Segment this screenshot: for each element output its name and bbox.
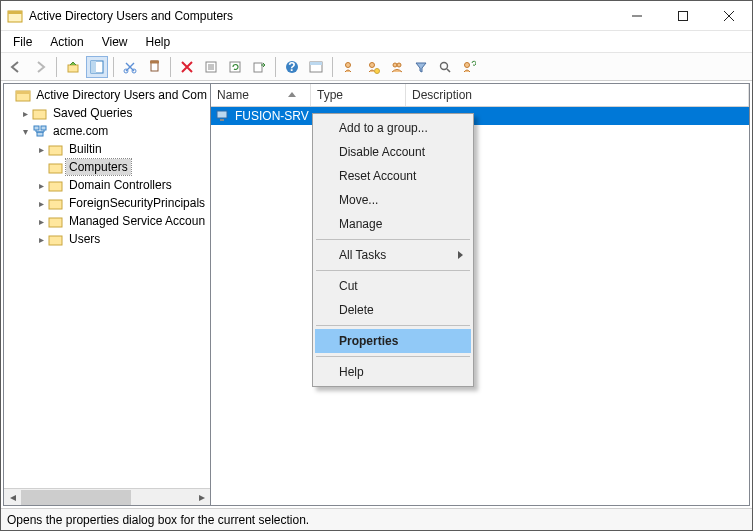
computer-icon <box>215 108 231 124</box>
tree-builtin[interactable]: ▸ Builtin <box>4 140 210 158</box>
menu-file[interactable]: File <box>5 33 40 51</box>
cm-manage[interactable]: Manage <box>315 212 471 236</box>
twisty-icon[interactable]: ▸ <box>34 198 48 209</box>
menu-view[interactable]: View <box>94 33 136 51</box>
svg-point-24 <box>370 62 375 67</box>
cm-reset-account[interactable]: Reset Account <box>315 164 471 188</box>
window: Active Directory Users and Computers Fil… <box>0 0 753 531</box>
folder-icon <box>48 141 64 157</box>
cut-button[interactable] <box>119 56 141 78</box>
scroll-left-icon[interactable]: ◂ <box>4 489 21 506</box>
twisty-icon[interactable]: ▸ <box>18 108 32 119</box>
forward-button[interactable] <box>29 56 51 78</box>
svg-rect-43 <box>217 111 227 118</box>
col-type[interactable]: Type <box>311 84 406 106</box>
svg-rect-33 <box>33 110 46 119</box>
cm-cut[interactable]: Cut <box>315 274 471 298</box>
help-button[interactable]: ? <box>281 56 303 78</box>
svg-rect-1 <box>8 11 22 14</box>
svg-rect-8 <box>91 61 96 73</box>
show-hide-tree-button[interactable] <box>86 56 108 78</box>
cm-move[interactable]: Move... <box>315 188 471 212</box>
col-description[interactable]: Description <box>406 84 749 106</box>
scroll-thumb[interactable] <box>21 490 131 505</box>
list-row[interactable]: FUSION-SRV <box>211 107 749 125</box>
svg-rect-37 <box>49 146 62 155</box>
cm-all-tasks[interactable]: All Tasks <box>315 243 471 267</box>
menubar: File Action View Help <box>1 31 752 53</box>
twisty-icon[interactable]: ▸ <box>34 180 48 191</box>
toolbar-separator <box>170 57 171 77</box>
cm-delete[interactable]: Delete <box>315 298 471 322</box>
tree-label: Managed Service Accoun <box>66 213 208 229</box>
close-button[interactable] <box>706 1 752 31</box>
tree-label: Builtin <box>66 141 105 157</box>
horizontal-scrollbar[interactable]: ◂ ▸ <box>4 488 210 505</box>
tree[interactable]: ▶ Active Directory Users and Com ▸ Saved… <box>4 84 210 488</box>
tree-msa[interactable]: ▸ Managed Service Accoun <box>4 212 210 230</box>
svg-rect-38 <box>49 164 62 173</box>
delete-button[interactable] <box>176 56 198 78</box>
refresh-button[interactable] <box>224 56 246 78</box>
cm-separator <box>316 325 470 326</box>
tree-domain[interactable]: ▾ acme.com <box>4 122 210 140</box>
search-button[interactable] <box>434 56 456 78</box>
menu-action[interactable]: Action <box>42 33 91 51</box>
back-button[interactable] <box>5 56 27 78</box>
svg-line-29 <box>447 69 450 72</box>
window-controls <box>614 1 752 31</box>
minimize-button[interactable] <box>614 1 660 31</box>
svg-rect-41 <box>49 218 62 227</box>
cm-separator <box>316 239 470 240</box>
export-button[interactable] <box>248 56 270 78</box>
window-title: Active Directory Users and Computers <box>29 9 233 23</box>
view-button[interactable] <box>305 56 327 78</box>
titlebar-left: Active Directory Users and Computers <box>1 8 233 24</box>
up-button[interactable] <box>62 56 84 78</box>
twisty-icon[interactable]: ▸ <box>34 144 48 155</box>
twisty-icon[interactable]: ▾ <box>18 126 32 137</box>
tree-label: Computers <box>66 159 131 175</box>
add-user-action-button[interactable] <box>458 56 480 78</box>
cm-disable-account[interactable]: Disable Account <box>315 140 471 164</box>
domain-icon <box>32 123 48 139</box>
scroll-right-icon[interactable]: ▸ <box>193 489 210 506</box>
twisty-icon[interactable]: ▸ <box>34 216 48 227</box>
tree-root[interactable]: ▶ Active Directory Users and Com <box>4 86 210 104</box>
scroll-track[interactable] <box>21 489 193 506</box>
cm-properties[interactable]: Properties <box>315 329 471 353</box>
svg-rect-18 <box>254 63 262 72</box>
svg-point-27 <box>397 63 401 67</box>
tree-domain-controllers[interactable]: ▸ Domain Controllers <box>4 176 210 194</box>
col-label: Description <box>412 88 472 102</box>
svg-rect-40 <box>49 200 62 209</box>
cm-separator <box>316 270 470 271</box>
tree-saved-queries[interactable]: ▸ Saved Queries <box>4 104 210 122</box>
tree-fsp[interactable]: ▸ ForeignSecurityPrincipals <box>4 194 210 212</box>
titlebar: Active Directory Users and Computers <box>1 1 752 31</box>
status-text: Opens the properties dialog box for the … <box>7 513 309 527</box>
new-user-button[interactable] <box>362 56 384 78</box>
tree-computers[interactable]: ▸ Computers <box>4 158 210 176</box>
svg-point-26 <box>393 63 397 67</box>
toolbar-separator <box>56 57 57 77</box>
svg-text:?: ? <box>288 60 295 74</box>
toolbar-separator <box>275 57 276 77</box>
cm-add-to-group[interactable]: Add to a group... <box>315 116 471 140</box>
maximize-button[interactable] <box>660 1 706 31</box>
list-body[interactable]: FUSION-SRV <box>211 107 749 505</box>
find-user-button[interactable] <box>338 56 360 78</box>
properties-button[interactable] <box>200 56 222 78</box>
cm-help[interactable]: Help <box>315 360 471 384</box>
twisty-icon[interactable]: ▸ <box>34 234 48 245</box>
toolbar-separator <box>332 57 333 77</box>
tree-label: acme.com <box>50 123 111 139</box>
filter-button[interactable] <box>410 56 432 78</box>
folder-icon <box>48 159 64 175</box>
col-name[interactable]: Name <box>211 84 311 106</box>
copy-button[interactable] <box>143 56 165 78</box>
svg-rect-35 <box>41 126 46 130</box>
new-group-button[interactable] <box>386 56 408 78</box>
tree-users[interactable]: ▸ Users <box>4 230 210 248</box>
menu-help[interactable]: Help <box>138 33 179 51</box>
